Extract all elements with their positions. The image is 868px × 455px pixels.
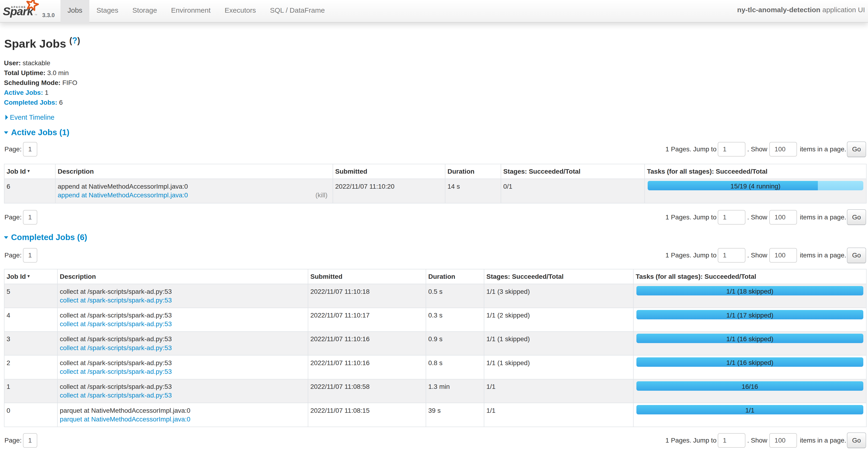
svg-text:TM: TM xyxy=(35,14,37,16)
